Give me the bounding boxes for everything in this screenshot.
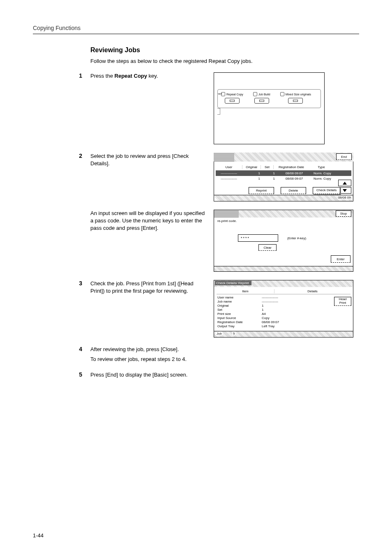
step-2: 2 Select the job to review and press [Ch… — [33, 153, 359, 201]
step-2-text: Select the job to review and press [Chec… — [90, 153, 205, 167]
step-5-text: Press [End] to display the [Basic] scree… — [90, 371, 205, 379]
running-head: Copying Functions — [33, 25, 359, 34]
physical-key-icon — [288, 98, 303, 104]
k: Registration Date — [217, 320, 262, 324]
detail-row: Input SourceCopy — [217, 316, 350, 320]
t-bold: Repeat Copy — [115, 73, 147, 79]
step-4-subtext: To review other jobs, repeat steps 2 to … — [90, 356, 205, 363]
details-rows: User name--------------- Job name-------… — [217, 294, 350, 328]
step-number: 5 — [70, 371, 90, 379]
k: Set — [217, 308, 262, 312]
passcode-panel: Stop re-print code. **** (Enter #-key) C… — [214, 210, 353, 272]
step-number-blank — [70, 210, 90, 272]
cell: Norm. Copy — [312, 177, 338, 180]
stop-button[interactable]: Stop — [336, 210, 351, 217]
k: Print size — [217, 312, 262, 316]
step-4: 4 After reviewing the job, press [Close]… — [33, 346, 359, 363]
chevron-down-icon — [343, 189, 347, 192]
job-build-icon — [253, 92, 257, 96]
panel-footer — [214, 266, 353, 272]
page-number: 1-44 — [33, 532, 44, 539]
v: 1 — [262, 308, 350, 312]
t: After reviewing the job, press [Close]. — [90, 346, 179, 352]
hardware-keys-illustration: nant Repeat Copy Job Build Mixed Size or… — [214, 72, 325, 144]
repeat-copy-icon — [221, 92, 225, 96]
key-job-build[interactable]: Job Build — [253, 92, 270, 104]
col-item: Item — [217, 289, 274, 293]
step-2-subtext: An input screen will be displayed if you… — [90, 210, 205, 232]
step-3-text: Check the job. Press [Print from 1st] ([… — [90, 280, 205, 295]
list-header: User Original Set Registration Date Type — [216, 164, 351, 171]
detail-row: Job name--------------- — [217, 300, 350, 304]
step-4-text: After reviewing the job, press [Close]. … — [90, 346, 205, 363]
cell: 1 — [242, 171, 263, 175]
cell: --------------- — [216, 177, 242, 180]
panel-footer: Job 5 — [214, 331, 353, 338]
k: User name — [217, 296, 262, 300]
step-number: 4 — [70, 346, 90, 363]
detail-row: Registration Date08/08 09:07 — [217, 320, 350, 324]
key-repeat-copy[interactable]: Repeat Copy — [221, 92, 243, 104]
details-header: Item Details — [217, 289, 350, 294]
mixed-size-icon — [280, 92, 284, 96]
panel-footer: 08/08 09: — [214, 195, 353, 201]
step-1-text: Press the Repeat Copy key. — [90, 72, 205, 80]
t2: key. — [147, 73, 158, 79]
section-title: Reviewing Jobs — [90, 46, 359, 54]
col-registration: Registration Date — [273, 165, 309, 169]
v: 08/08 09:07 — [262, 320, 350, 324]
list-row[interactable]: --------------- 1 1 08/08 09:07 Norm. Co… — [216, 176, 351, 181]
job-list-panel: End User Original Set Registration Date … — [214, 153, 353, 201]
passcode-label: re-print code. — [217, 219, 350, 223]
step-number: 3 — [70, 280, 90, 338]
l: Repeat Copy — [226, 93, 243, 96]
k: Original — [217, 304, 262, 308]
detail-row: Original1 — [217, 304, 350, 308]
detail-row: Print sizeA4 — [217, 312, 350, 316]
k: Input Source — [217, 316, 262, 320]
physical-key-icon — [254, 98, 269, 104]
foot-n: 5 — [232, 332, 235, 335]
cell: Norm. Copy — [312, 171, 338, 175]
key-mixed-size[interactable]: Mixed Size originals — [280, 92, 311, 104]
detail-row: User name--------------- — [217, 296, 350, 300]
intro-text: Follow the steps as below to check the r… — [90, 58, 359, 64]
scroll-up-button[interactable] — [338, 180, 351, 186]
end-button[interactable]: End — [336, 153, 352, 160]
cell: 1 — [263, 177, 277, 180]
cell: 1 — [242, 177, 263, 180]
physical-key-icon — [225, 98, 240, 104]
head-print-button[interactable]: HeadPrint — [334, 297, 351, 306]
reprint-button[interactable]: Reprint — [249, 187, 274, 194]
cell: 1 — [263, 171, 277, 175]
clear-button[interactable]: Clear — [258, 244, 277, 251]
check-details-button[interactable]: Check Details — [313, 187, 340, 194]
detail-row: Set1 — [217, 308, 350, 312]
col-user: User — [216, 165, 242, 169]
col-set: Set — [261, 165, 273, 169]
enter-button[interactable]: Enter — [331, 255, 350, 263]
l: Mixed Size originals — [286, 93, 311, 96]
cell: --------------- — [216, 171, 242, 175]
v: Copy — [262, 316, 350, 320]
v: Left Tray — [262, 324, 350, 328]
k: Job name — [217, 300, 262, 304]
delete-button[interactable]: Delete — [281, 187, 306, 194]
step-1: 1 Press the Repeat Copy key. nant Repeat… — [33, 72, 359, 144]
footer-time: 08/08 09: — [338, 196, 352, 199]
chevron-up-icon — [343, 182, 347, 185]
step-number: 1 — [70, 72, 90, 144]
details-panel: Check Details/ Reprint Item Details User… — [214, 280, 353, 338]
passcode-input[interactable]: **** — [238, 234, 278, 242]
foot-job: Job — [216, 332, 223, 335]
panel-header-stripe: Stop — [214, 210, 353, 217]
list-row-selected[interactable]: --------------- 1 1 08/08 09:07 Norm. Co… — [216, 171, 351, 176]
panel-header-stripe: Check Details/ Reprint — [214, 280, 353, 287]
step-2-sub: An input screen will be displayed if you… — [33, 210, 359, 272]
step-3: 3 Check the job. Press [Print from 1st] … — [33, 280, 359, 338]
col-details: Details — [274, 289, 350, 293]
t: Press the — [90, 73, 115, 79]
step-5: 5 Press [End] to display the [Basic] scr… — [33, 371, 359, 379]
cell: 08/08 09:07 — [277, 177, 312, 180]
l2: Print — [339, 301, 346, 305]
